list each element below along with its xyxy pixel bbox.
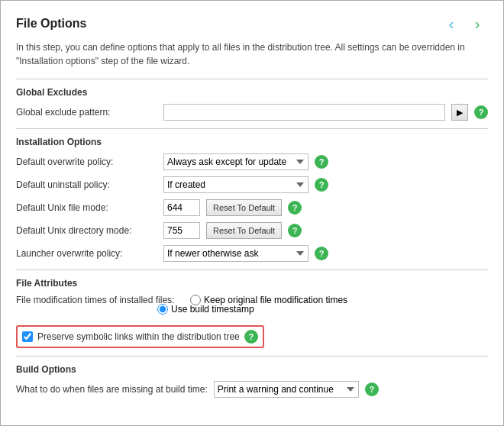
preserve-symlinks-wrapper: Preserve symbolic links within the distr… <box>16 321 488 348</box>
missing-files-row: What to do when files are missing at bui… <box>16 381 488 398</box>
file-attributes-title: File Attributes <box>16 278 488 289</box>
build-options-title: Build Options <box>16 364 488 375</box>
nav-arrows: ‹ › <box>441 13 488 34</box>
use-build-label-wrapper: Use build timestamp <box>157 304 254 315</box>
main-window: File Options ‹ › In this step, you can d… <box>0 0 504 426</box>
overwrite-policy-select[interactable]: Always ask except for update Always over… <box>163 153 309 170</box>
preserve-symlinks-help-icon[interactable]: ? <box>244 330 258 344</box>
forward-button[interactable]: › <box>467 13 488 34</box>
missing-files-select[interactable]: Print a warning and continue Stop the bu… <box>214 381 359 398</box>
global-exclude-row: Global exclude pattern: ▶ ? <box>16 104 488 121</box>
divider-2 <box>16 128 488 129</box>
page-title: File Options <box>16 17 86 31</box>
missing-files-help-icon[interactable]: ? <box>365 382 379 396</box>
unix-file-mode-reset-button[interactable]: Reset To Default <box>206 199 282 216</box>
back-button[interactable]: ‹ <box>441 13 462 34</box>
uninstall-policy-row: Default uninstall policy: If created Alw… <box>16 176 488 193</box>
unix-file-mode-help-icon[interactable]: ? <box>288 201 302 215</box>
unix-file-mode-label: Default Unix file mode: <box>16 202 157 213</box>
unix-dir-mode-help-icon[interactable]: ? <box>288 224 302 237</box>
launcher-policy-select[interactable]: If newer otherwise ask Always ask Always… <box>163 245 309 262</box>
preserve-symlinks-checkbox[interactable] <box>22 331 33 342</box>
use-build-timestamp-row: Use build timestamp <box>157 304 488 315</box>
use-build-radio[interactable] <box>157 304 168 315</box>
unix-dir-mode-input[interactable] <box>163 222 200 239</box>
global-exclude-button[interactable]: ▶ <box>451 104 468 121</box>
missing-files-label: What to do when files are missing at bui… <box>16 384 208 395</box>
global-exclude-label: Global exclude pattern: <box>16 107 157 118</box>
divider-4 <box>16 356 488 357</box>
unix-file-mode-row: Default Unix file mode: Reset To Default… <box>16 199 488 216</box>
unix-dir-mode-row: Default Unix directory mode: Reset To De… <box>16 222 488 239</box>
overwrite-policy-label: Default overwrite policy: <box>16 157 157 167</box>
global-excludes-title: Global Excludes <box>16 87 488 98</box>
divider-3 <box>16 269 488 270</box>
preserve-symlinks-label: Preserve symbolic links within the distr… <box>37 331 240 342</box>
overwrite-policy-row: Default overwrite policy: Always ask exc… <box>16 153 488 170</box>
title-row: File Options ‹ › <box>16 13 488 34</box>
global-exclude-help-icon[interactable]: ? <box>474 105 488 119</box>
overwrite-policy-help-icon[interactable]: ? <box>315 155 328 169</box>
launcher-policy-label: Launcher overwrite policy: <box>16 248 157 259</box>
uninstall-policy-label: Default uninstall policy: <box>16 179 157 190</box>
preserve-symlinks-row: Preserve symbolic links within the distr… <box>16 325 264 348</box>
global-exclude-input[interactable] <box>163 104 445 121</box>
description: In this step, you can define options tha… <box>16 40 488 68</box>
uninstall-policy-help-icon[interactable]: ? <box>315 178 328 192</box>
uninstall-policy-select[interactable]: If created Always Never <box>163 176 309 193</box>
divider-1 <box>16 79 488 79</box>
use-build-label: Use build timestamp <box>171 304 254 315</box>
unix-dir-mode-reset-button[interactable]: Reset To Default <box>206 222 282 239</box>
unix-file-mode-input[interactable] <box>163 199 200 216</box>
launcher-policy-row: Launcher overwrite policy: If newer othe… <box>16 245 488 262</box>
launcher-policy-help-icon[interactable]: ? <box>315 247 328 260</box>
unix-dir-mode-label: Default Unix directory mode: <box>16 225 157 236</box>
installation-options-title: Installation Options <box>16 137 488 147</box>
